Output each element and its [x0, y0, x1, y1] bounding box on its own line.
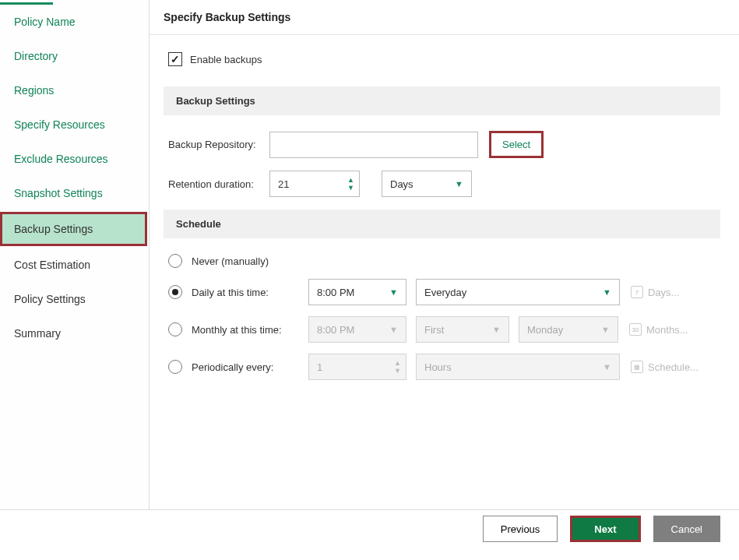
monthly-time-value: 8:00 PM: [317, 324, 354, 336]
retention-duration-stepper[interactable]: 21 ▲ ▼: [269, 171, 360, 197]
backup-repository-label: Backup Repository:: [168, 139, 269, 150]
chevron-down-icon: ▼: [389, 287, 398, 297]
periodically-schedule-link[interactable]: ▦ Schedule...: [631, 361, 699, 373]
sidebar-item-specify-resources[interactable]: Specify Resources: [0, 107, 149, 142]
sidebar-item-snapshot-settings[interactable]: Snapshot Settings: [0, 176, 149, 210]
monthly-time-dropdown[interactable]: 8:00 PM ▼: [308, 316, 406, 343]
next-button[interactable]: Next: [570, 516, 640, 542]
monthly-weekday-dropdown[interactable]: Monday ▼: [519, 316, 618, 343]
periodically-up-icon[interactable]: ▲: [394, 360, 401, 367]
schedule-daily-label: Daily at this time:: [192, 287, 308, 298]
chevron-down-icon: ▼: [603, 362, 611, 372]
calendar-7-icon: 7: [631, 286, 643, 298]
sidebar-item-cost-estimation[interactable]: Cost Estimation: [0, 248, 149, 282]
wizard-footer: Previous Next Cancel: [0, 516, 739, 542]
sidebar-item-exclude-resources[interactable]: Exclude Resources: [0, 142, 149, 176]
cancel-button[interactable]: Cancel: [653, 516, 720, 542]
chevron-down-icon: ▼: [389, 325, 398, 334]
calendar-grid-icon: ▦: [631, 361, 643, 373]
enable-backups-label: Enable backups: [190, 54, 262, 65]
select-repository-button[interactable]: Select: [489, 131, 544, 158]
retention-duration-label: Retention duration:: [168, 178, 269, 190]
chevron-down-icon: ▼: [455, 179, 463, 188]
sidebar-item-policy-name[interactable]: Policy Name: [0, 5, 149, 39]
daily-frequency-value: Everyday: [424, 287, 466, 298]
enable-backups-checkbox[interactable]: [168, 52, 182, 66]
schedule-monthly-label: Monthly at this time:: [192, 324, 308, 336]
periodically-schedule-link-label: Schedule...: [648, 361, 699, 373]
sidebar-item-policy-settings[interactable]: Policy Settings: [0, 282, 149, 316]
monthly-weekday-value: Monday: [527, 324, 563, 336]
retention-duration-value: 21: [278, 178, 289, 190]
daily-days-link[interactable]: 7 Days...: [631, 286, 679, 298]
daily-days-link-label: Days...: [648, 287, 679, 298]
monthly-months-link[interactable]: 30 Months...: [629, 323, 688, 336]
sidebar-item-summary[interactable]: Summary: [0, 316, 149, 350]
chevron-down-icon: ▼: [601, 325, 610, 334]
periodically-value: 1: [317, 361, 322, 373]
daily-time-value: 8:00 PM: [317, 287, 354, 298]
retention-up-icon[interactable]: ▲: [347, 177, 354, 184]
retention-unit-dropdown[interactable]: Days ▼: [382, 171, 472, 197]
sidebar-item-backup-settings[interactable]: Backup Settings: [0, 212, 147, 246]
schedule-never-label: Never (manually): [192, 255, 308, 267]
chevron-down-icon: ▼: [492, 325, 501, 334]
calendar-30-icon: 30: [629, 323, 642, 336]
daily-frequency-dropdown[interactable]: Everyday ▼: [416, 279, 620, 305]
periodically-unit-value: Hours: [424, 361, 452, 373]
section-backup-settings-heading: Backup Settings: [164, 86, 720, 115]
periodically-value-stepper[interactable]: 1 ▲ ▼: [308, 354, 406, 380]
sidebar-item-regions[interactable]: Regions: [0, 73, 149, 107]
schedule-periodically-radio[interactable]: [168, 360, 182, 374]
title-divider: [150, 34, 739, 35]
previous-button[interactable]: Previous: [483, 516, 558, 542]
sidebar-item-directory[interactable]: Directory: [0, 39, 149, 73]
wizard-sidebar: Policy Name Directory Regions Specify Re…: [0, 0, 150, 509]
periodically-unit-dropdown[interactable]: Hours ▼: [416, 354, 620, 380]
backup-repository-input[interactable]: [269, 132, 478, 158]
schedule-never-radio[interactable]: [168, 254, 182, 268]
daily-time-dropdown[interactable]: 8:00 PM ▼: [308, 279, 406, 305]
section-schedule-heading: Schedule: [164, 210, 720, 238]
monthly-ordinal-value: First: [424, 324, 444, 336]
schedule-monthly-radio[interactable]: [168, 322, 182, 336]
periodically-down-icon[interactable]: ▼: [394, 368, 401, 375]
schedule-periodically-label: Periodically every:: [192, 361, 308, 373]
monthly-ordinal-dropdown[interactable]: First ▼: [416, 316, 509, 343]
retention-down-icon[interactable]: ▼: [347, 185, 354, 192]
page-title: Specify Backup Settings: [164, 11, 720, 23]
chevron-down-icon: ▼: [603, 287, 611, 297]
retention-unit-value: Days: [390, 178, 413, 190]
monthly-months-link-label: Months...: [646, 324, 688, 336]
main-panel: Specify Backup Settings Enable backups B…: [150, 0, 739, 509]
schedule-daily-radio[interactable]: [168, 285, 182, 299]
